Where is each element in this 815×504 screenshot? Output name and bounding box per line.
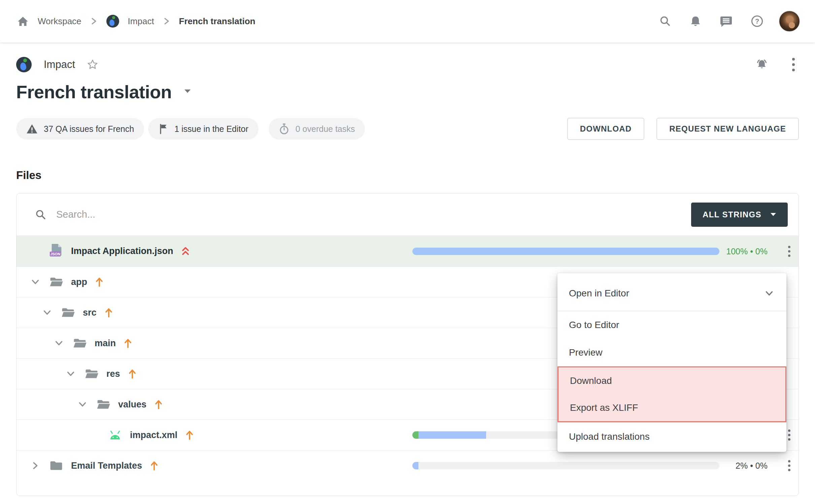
folder-open-icon [72, 337, 87, 350]
project-more-menu-icon[interactable] [791, 57, 796, 73]
messages-icon[interactable] [719, 15, 733, 28]
translation-progress-bar [412, 248, 719, 255]
page-title: French translation [16, 81, 172, 102]
tree-item: Email Templates [29, 451, 160, 481]
folder-open-icon [61, 306, 75, 319]
priority-high-icon [123, 337, 133, 349]
status-badge-qa-issues[interactable]: 37 QA issues for French [16, 118, 144, 140]
translated-progress-segment [412, 462, 418, 469]
priority-high-icon [184, 429, 195, 441]
search-icon [35, 209, 47, 221]
menu-item-export-as-xliff[interactable]: Export as XLIFF [558, 394, 785, 421]
breadcrumb-page: French translation [179, 16, 256, 27]
file-context-menu: Open in EditorGo to EditorPreviewDownloa… [557, 273, 786, 452]
folder-row-email-templates[interactable]: Email Templates 2% • 0% [16, 450, 799, 481]
top-bar: Workspace Impact French translation ? [0, 0, 815, 42]
row-more-menu-icon[interactable] [787, 244, 792, 258]
approved-progress-segment [412, 431, 418, 439]
project-name[interactable]: Impact [44, 59, 75, 71]
menu-item-label: Open in Editor [569, 288, 629, 299]
menu-item-upload-translations[interactable]: Upload translations [557, 422, 786, 451]
notification-settings-bell-icon[interactable] [754, 58, 769, 71]
menu-item-label: Go to Editor [569, 320, 619, 330]
chevron-right-icon [163, 16, 170, 26]
folder-name[interactable]: app [71, 277, 87, 287]
translated-progress-segment [418, 431, 486, 439]
breadcrumb-project[interactable]: Impact [128, 16, 154, 27]
download-button[interactable]: DOWNLOAD [567, 118, 645, 140]
chevron-down-icon [763, 288, 775, 299]
status-badge-label: 1 issue in the Editor [174, 124, 248, 134]
breadcrumb: Workspace Impact French translation [17, 15, 255, 28]
help-icon[interactable]: ? [750, 14, 764, 28]
priority-high-icon [127, 368, 138, 380]
expand-chevron-right-icon[interactable] [29, 460, 41, 471]
folder-closed-icon [49, 459, 64, 472]
priority-high-icon [153, 398, 164, 410]
title-caret-down-icon[interactable] [184, 89, 191, 95]
menu-item-label: Upload translations [569, 431, 650, 442]
menu-item-download[interactable]: Download [558, 367, 785, 394]
expand-chevron-down-icon[interactable] [29, 276, 41, 288]
strings-filter-button[interactable]: ALL STRINGS [691, 203, 788, 227]
request-new-language-button[interactable]: REQUEST NEW LANGUAGE [656, 118, 799, 140]
status-badge-overdue-tasks: 0 overdue tasks [269, 118, 365, 140]
status-badge-editor-issues[interactable]: 1 issue in the Editor [148, 118, 259, 140]
files-heading: Files [16, 169, 799, 182]
file-name[interactable]: impact.xml [130, 430, 177, 440]
folder-name[interactable]: res [106, 369, 120, 379]
warning-icon [26, 123, 38, 134]
caret-down-icon [770, 213, 776, 216]
status-badge-label: 37 QA issues for French [44, 124, 134, 134]
folder-name[interactable]: values [118, 399, 146, 410]
project-logo [16, 57, 32, 72]
folder-name[interactable]: src [83, 308, 97, 318]
svg-text:JSON: JSON [50, 252, 60, 256]
strings-filter-label: ALL STRINGS [703, 210, 761, 219]
menu-item-label: Preview [569, 347, 603, 358]
priority-highest-icon [180, 245, 191, 258]
priority-high-icon [94, 276, 105, 288]
progress-percent-label: 100% • 0% [726, 246, 768, 256]
android-icon [108, 429, 123, 441]
priority-high-icon [103, 307, 114, 319]
folder-name[interactable]: Email Templates [71, 461, 142, 471]
star-icon[interactable] [87, 59, 99, 71]
folder-open-icon [84, 367, 99, 380]
folder-open-icon [49, 276, 64, 288]
tree-item: JSONImpact Application.json [29, 236, 191, 266]
svg-text:?: ? [755, 17, 759, 25]
expand-chevron-down-icon[interactable] [41, 307, 53, 318]
tree-item: res [65, 359, 138, 389]
folder-name[interactable]: main [95, 338, 116, 349]
chevron-right-icon [90, 16, 98, 26]
tree-item: src [41, 297, 114, 328]
user-avatar[interactable] [779, 10, 800, 32]
menu-item-go-to-editor[interactable]: Go to Editor [557, 311, 786, 339]
menu-item-preview[interactable]: Preview [557, 339, 786, 366]
row-more-menu-icon[interactable] [787, 459, 792, 473]
json-file-icon: JSON [49, 243, 64, 260]
files-toolbar: ALL STRINGS [16, 193, 799, 236]
flag-icon [158, 123, 168, 135]
status-badge-label: 0 overdue tasks [296, 124, 355, 134]
expand-chevron-down-icon[interactable] [65, 368, 77, 380]
tree-item: main [53, 328, 133, 358]
home-icon[interactable] [17, 15, 29, 27]
files-search-input[interactable] [56, 209, 691, 220]
row-more-menu-icon[interactable] [787, 428, 792, 442]
menu-highlighted-group: DownloadExport as XLIFF [557, 366, 786, 422]
expand-chevron-down-icon[interactable] [76, 399, 89, 410]
file-name[interactable]: Impact Application.json [71, 246, 173, 256]
menu-item-open-in-editor[interactable]: Open in Editor [557, 276, 786, 311]
file-row-impact-application-json[interactable]: JSONImpact Application.json 100% • 0% [16, 236, 799, 266]
breadcrumb-workspace[interactable]: Workspace [38, 16, 81, 27]
tree-item: app [29, 267, 105, 297]
search-icon[interactable] [659, 15, 672, 28]
progress-percent-label: 2% • 0% [736, 461, 768, 471]
expand-chevron-down-icon[interactable] [53, 337, 65, 349]
tree-item: values [76, 389, 164, 420]
priority-high-icon [149, 460, 160, 472]
folder-open-icon [96, 398, 111, 411]
notifications-bell-icon[interactable] [689, 15, 702, 28]
